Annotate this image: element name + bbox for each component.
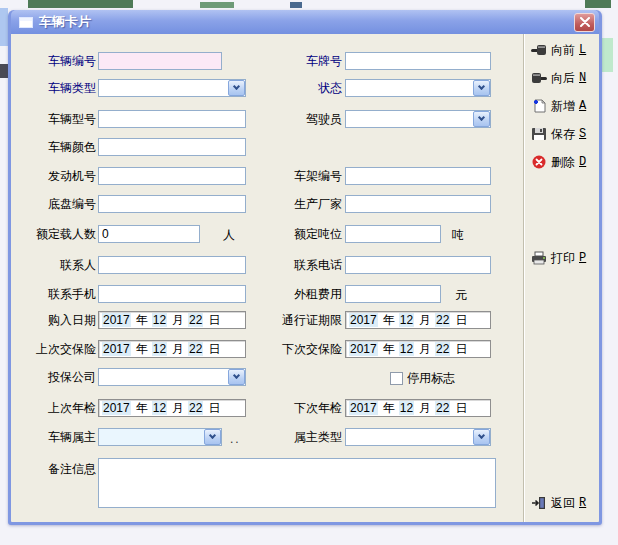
day-value: 22: [435, 342, 450, 356]
rental-fee-input[interactable]: [345, 285, 441, 303]
chassis-no-input[interactable]: [98, 195, 246, 213]
accelerator-key: P: [579, 251, 586, 265]
owner-browse-button[interactable]: ..: [230, 432, 241, 446]
year-unit: 年: [378, 312, 399, 329]
status-label: 状态: [257, 81, 342, 96]
year-value: 2017: [102, 401, 131, 415]
last-inspection-picker[interactable]: 2017年12月22日: [98, 399, 246, 417]
print-icon: [531, 251, 547, 265]
day-unit: 日: [450, 400, 471, 417]
disabled-flag-label: 停用标志: [407, 370, 455, 387]
chevron-down-icon[interactable]: [228, 80, 245, 96]
vehicle-color-label: 车辆颜色: [16, 140, 96, 155]
window-title: 车辆卡片: [39, 13, 574, 31]
purchase-date-label: 购入日期: [16, 313, 96, 328]
month-value: 12: [399, 401, 414, 415]
print-button[interactable]: 打印P: [531, 250, 586, 266]
vehicle-color-input[interactable]: [98, 138, 246, 156]
disabled-flag-checkbox[interactable]: 停用标志: [390, 370, 455, 387]
button-label: 向前: [551, 42, 575, 59]
day-value: 22: [188, 401, 203, 415]
driver-label: 驾驶员: [257, 112, 342, 127]
chevron-down-icon[interactable]: [473, 80, 490, 96]
vehicle-id-input[interactable]: [98, 52, 222, 70]
plate-no-input[interactable]: [345, 52, 491, 70]
background-window-fragment: [290, 2, 302, 8]
rental-fee-label: 外租费用: [257, 287, 342, 302]
owner-combobox[interactable]: [98, 428, 222, 446]
vehicle-card-dialog: 车辆卡片 车辆编号 车牌号 车辆类型 状态 车辆型号 驾驶员 车辆颜色: [8, 10, 602, 525]
button-label: 返回: [551, 495, 575, 512]
owner-type-combobox[interactable]: [345, 428, 491, 446]
next-button[interactable]: 向后N: [531, 70, 586, 86]
vehicle-model-input[interactable]: [98, 110, 246, 128]
contact-phone-label: 联系电话: [257, 258, 342, 273]
last-insurance-picker[interactable]: 2017年12月22日: [98, 340, 246, 358]
month-unit: 月: [414, 341, 435, 358]
month-unit: 月: [414, 312, 435, 329]
last-insurance-label: 上次交保险: [16, 342, 96, 357]
remarks-label: 备注信息: [16, 462, 96, 477]
manufacturer-input[interactable]: [345, 195, 491, 213]
manufacturer-label: 生产厂家: [257, 197, 342, 212]
year-unit: 年: [378, 341, 399, 358]
background-window-fragment: [0, 8, 8, 46]
rental-fee-unit: 元: [455, 287, 467, 304]
delete-button[interactable]: 删除D: [531, 154, 586, 170]
insurer-label: 投保公司: [16, 370, 96, 385]
previous-button[interactable]: 向前L: [531, 42, 586, 58]
close-button[interactable]: [574, 13, 595, 32]
new-doc-icon: [531, 99, 547, 113]
add-button[interactable]: 新增A: [531, 98, 586, 114]
chevron-down-icon[interactable]: [204, 429, 221, 445]
plate-no-label: 车牌号: [257, 54, 342, 69]
month-unit: 月: [167, 400, 188, 417]
background-window-fragment: [28, 0, 133, 8]
chevron-down-icon[interactable]: [473, 111, 490, 127]
window-icon: [19, 17, 33, 28]
vehicle-type-combobox[interactable]: [98, 79, 246, 97]
title-bar[interactable]: 车辆卡片: [11, 10, 599, 34]
seating-capacity-input[interactable]: [98, 225, 200, 243]
contact-mobile-input[interactable]: [98, 285, 246, 303]
contact-person-input[interactable]: [98, 256, 246, 274]
accelerator-key: S: [579, 127, 586, 141]
frame-no-input[interactable]: [345, 167, 491, 185]
month-unit: 月: [167, 341, 188, 358]
chevron-down-icon[interactable]: [473, 429, 490, 445]
chassis-no-label: 底盘编号: [16, 197, 96, 212]
checkbox-icon[interactable]: [390, 372, 403, 385]
owner-type-label: 属主类型: [257, 430, 342, 445]
button-label: 保存: [551, 126, 575, 143]
day-unit: 日: [450, 341, 471, 358]
accelerator-key: D: [579, 155, 586, 169]
driver-combobox[interactable]: [345, 110, 491, 128]
day-value: 22: [435, 313, 450, 327]
hand-right-icon: [531, 71, 547, 85]
next-inspection-picker[interactable]: 2017年12月22日: [345, 399, 491, 417]
year-unit: 年: [131, 400, 152, 417]
button-label: 打印: [551, 250, 575, 267]
rated-tonnage-input[interactable]: [345, 225, 441, 243]
remarks-textarea[interactable]: [98, 458, 496, 508]
year-value: 2017: [102, 313, 131, 327]
contact-phone-input[interactable]: [345, 256, 491, 274]
engine-no-input[interactable]: [98, 167, 246, 185]
frame-no-label: 车架编号: [257, 169, 342, 184]
sidebar-divider: [523, 34, 525, 522]
permit-expiry-picker[interactable]: 2017年12月22日: [345, 311, 491, 329]
return-button[interactable]: 返回R: [531, 495, 586, 511]
year-unit: 年: [378, 400, 399, 417]
day-value: 22: [435, 401, 450, 415]
day-unit: 日: [203, 400, 224, 417]
purchase-date-picker[interactable]: 2017年12月22日: [98, 311, 246, 329]
next-insurance-picker[interactable]: 2017年12月22日: [345, 340, 491, 358]
year-value: 2017: [349, 313, 378, 327]
insurer-combobox[interactable]: [98, 368, 246, 386]
year-value: 2017: [102, 342, 131, 356]
chevron-down-icon[interactable]: [228, 369, 245, 385]
month-value: 12: [399, 342, 414, 356]
status-combobox[interactable]: [345, 79, 491, 97]
save-button[interactable]: 保存S: [531, 126, 586, 142]
background-window-fragment: [602, 38, 613, 72]
